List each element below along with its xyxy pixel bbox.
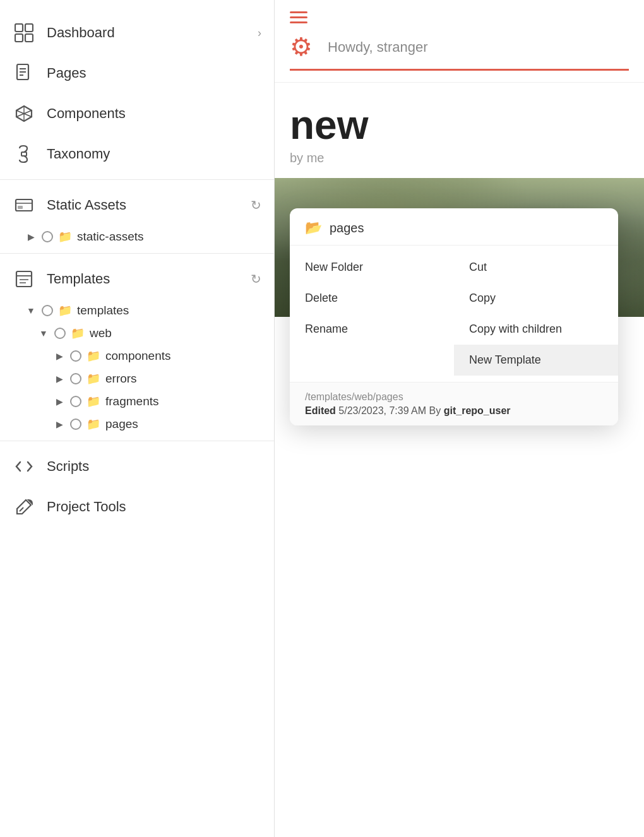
context-menu-grid: New Folder Cut Delete Copy Rename Copy w… [290, 246, 618, 382]
page-title: new [275, 83, 644, 151]
svg-rect-2 [15, 34, 23, 42]
sidebar-item-taxonomy-label: Taxonomy [47, 146, 261, 162]
pages-icon [13, 62, 35, 85]
templates-refresh-icon[interactable]: ↻ [251, 271, 261, 287]
svg-rect-11 [16, 271, 32, 287]
sidebar: Dashboard › Pages Components [0, 0, 275, 837]
context-menu-edited: Edited 5/23/2023, 7:39 AM By git_repo_us… [305, 405, 603, 417]
tree-toggle-templates[interactable]: ▼ [25, 306, 37, 316]
sidebar-item-components-label: Components [47, 105, 261, 122]
tree-circle-templates [42, 305, 53, 316]
tree-circle-errors [70, 373, 81, 384]
context-menu-item-new-folder[interactable]: New Folder [290, 252, 454, 283]
context-menu-item-empty [290, 345, 454, 376]
sidebar-item-dashboard-label: Dashboard [47, 25, 246, 41]
main-header: ⚙ Howdy, stranger [275, 0, 644, 83]
tree-toggle-web[interactable]: ▼ [38, 328, 49, 338]
tree-circle-pages [70, 418, 81, 430]
sidebar-divider-2 [0, 253, 274, 254]
folder-icon-static-assets: 📁 [58, 230, 72, 244]
tree-node-web-label: web [90, 326, 112, 340]
context-menu-item-copy[interactable]: Copy [454, 283, 618, 314]
folder-icon-fragments: 📁 [86, 395, 100, 408]
sidebar-item-project-tools[interactable]: Project Tools [0, 487, 274, 527]
tree-node-pages-label: pages [105, 417, 138, 431]
static-assets-icon [13, 194, 35, 217]
tree-circle-web [54, 328, 66, 339]
sidebar-item-pages[interactable]: Pages [0, 53, 274, 93]
tree-toggle-static-assets[interactable]: ▶ [25, 232, 37, 242]
edited-label: Edited [305, 405, 336, 416]
svg-rect-3 [25, 34, 33, 42]
folder-icon-pages: 📁 [86, 417, 100, 431]
scripts-icon [13, 455, 35, 478]
sidebar-item-pages-label: Pages [47, 65, 261, 81]
edited-by-user: git_repo_user [444, 405, 511, 416]
dashboard-icon [13, 21, 35, 44]
chevron-right-icon: › [258, 27, 261, 40]
tree-item-templates-root[interactable]: ▼ 📁 templates [0, 299, 274, 322]
hamburger-menu-icon[interactable] [290, 11, 629, 23]
sidebar-item-static-assets[interactable]: Static Assets ↻ [0, 185, 274, 225]
tree-toggle-errors[interactable]: ▶ [54, 374, 65, 384]
context-menu-item-copy-with-children[interactable]: Copy with children [454, 314, 618, 345]
sidebar-item-components[interactable]: Components [0, 93, 274, 134]
sidebar-item-scripts[interactable]: Scripts [0, 446, 274, 487]
main-content: ⚙ Howdy, stranger new by me 📂 pages New … [275, 0, 644, 837]
tree-item-static-assets-root[interactable]: ▶ 📁 static-assets [0, 225, 274, 248]
svg-rect-1 [25, 24, 33, 32]
edited-date: 5/23/2023, 7:39 AM [338, 405, 426, 416]
tree-node-templates-label: templates [77, 304, 129, 318]
project-tools-icon [13, 496, 35, 518]
tree-circle-components [70, 350, 81, 362]
folder-icon-web: 📁 [71, 326, 85, 340]
tree-item-errors[interactable]: ▶ 📁 errors [0, 367, 274, 390]
tree-node-fragments-label: fragments [105, 395, 158, 408]
context-menu-item-delete[interactable]: Delete [290, 283, 454, 314]
sidebar-item-dashboard[interactable]: Dashboard › [0, 13, 274, 53]
tree-node-static-assets-label: static-assets [77, 230, 144, 244]
tree-item-web[interactable]: ▼ 📁 web [0, 322, 274, 345]
components-icon [13, 102, 35, 125]
context-folder-icon: 📂 [305, 220, 322, 236]
tree-circle-fragments [70, 396, 81, 407]
sidebar-divider-1 [0, 179, 274, 180]
context-menu-path: /templates/web/pages [305, 391, 603, 403]
tree-item-components[interactable]: ▶ 📁 components [0, 345, 274, 367]
brand-gear-icon: ⚙ [290, 32, 320, 62]
context-menu-header: 📂 pages [290, 208, 618, 246]
tree-toggle-pages[interactable]: ▶ [54, 419, 65, 429]
context-menu-footer: /templates/web/pages Edited 5/23/2023, 7… [290, 382, 618, 425]
tree-item-pages[interactable]: ▶ 📁 pages [0, 413, 274, 436]
tree-toggle-components-child[interactable]: ▶ [54, 351, 65, 361]
edited-by-label: By [429, 405, 441, 416]
context-menu-item-rename[interactable]: Rename [290, 314, 454, 345]
folder-icon-errors: 📁 [86, 372, 100, 386]
page-subtitle: by me [275, 151, 644, 178]
svg-line-14 [20, 508, 23, 511]
sidebar-item-static-assets-label: Static Assets [47, 197, 239, 213]
tree-circle-static-assets [42, 231, 53, 242]
folder-icon-components: 📁 [86, 349, 100, 363]
context-menu: 📂 pages New Folder Cut Delete Copy Renam… [290, 208, 618, 425]
sidebar-item-project-tools-label: Project Tools [47, 499, 261, 515]
brand-underline [290, 69, 629, 71]
brand-greeting-text: Howdy, stranger [328, 39, 428, 56]
sidebar-item-taxonomy[interactable]: Taxonomy [0, 134, 274, 174]
sidebar-item-templates-label: Templates [47, 271, 239, 287]
tree-node-errors-label: errors [105, 372, 137, 386]
sidebar-item-templates[interactable]: Templates ↻ [0, 259, 274, 299]
context-menu-item-new-template[interactable]: New Template [454, 345, 618, 376]
folder-icon-templates: 📁 [58, 304, 72, 318]
sidebar-divider-3 [0, 441, 274, 441]
svg-rect-0 [15, 24, 23, 32]
tree-node-components-label: components [105, 349, 171, 363]
taxonomy-icon [13, 143, 35, 165]
context-folder-name: pages [330, 221, 364, 235]
context-menu-item-cut[interactable]: Cut [454, 252, 618, 283]
static-assets-refresh-icon[interactable]: ↻ [251, 198, 261, 213]
tree-toggle-fragments[interactable]: ▶ [54, 396, 65, 407]
tree-item-fragments[interactable]: ▶ 📁 fragments [0, 390, 274, 413]
svg-rect-9 [16, 199, 32, 211]
svg-rect-8 [21, 152, 27, 156]
